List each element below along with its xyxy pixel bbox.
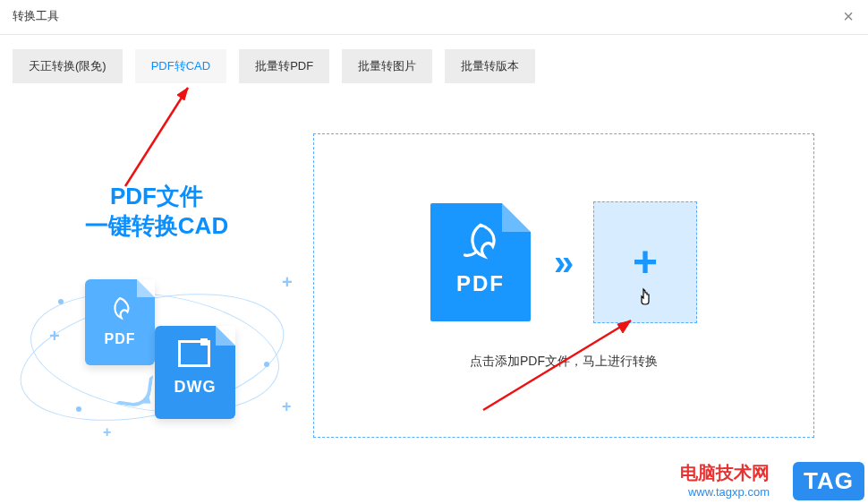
page-fold-icon xyxy=(216,326,235,346)
dot-icon xyxy=(58,299,64,304)
dwg-file-icon: DWG xyxy=(155,326,235,419)
adobe-swirl-icon xyxy=(105,294,135,324)
dot-icon xyxy=(264,362,269,367)
promo-line1: PDF文件 xyxy=(0,182,313,211)
sparkle-icon: + xyxy=(49,326,60,346)
watermark: 电脑技术网 www.tagxp.com xyxy=(680,461,770,499)
tab-batch-pdf[interactable]: 批量转PDF xyxy=(239,49,329,83)
title-bar: 转换工具 × xyxy=(0,0,868,35)
page-fold-icon xyxy=(137,279,155,297)
promo-title: PDF文件 一键转换CAD xyxy=(0,182,313,240)
promo-panel: PDF文件 一键转换CAD + + + + PDF DWG xyxy=(0,110,313,451)
content-panel: PDF » + 点击添加PDF文件，马上进行转换 xyxy=(313,110,868,451)
tab-tianzheng[interactable]: 天正转换(限免) xyxy=(13,49,123,83)
drop-zone-graphic: PDF » + xyxy=(430,201,697,323)
add-file-button[interactable]: + xyxy=(593,201,697,323)
cursor-icon xyxy=(636,287,654,313)
tab-batch-image[interactable]: 批量转图片 xyxy=(342,49,432,83)
promo-illustration: + + + + PDF DWG xyxy=(13,245,300,451)
tab-batch-version[interactable]: 批量转版本 xyxy=(445,49,535,83)
close-icon[interactable]: × xyxy=(839,7,857,25)
plus-icon: + xyxy=(633,241,658,284)
page-fold-icon xyxy=(502,203,531,232)
cad-drawing-icon xyxy=(178,340,210,367)
pdf-big-icon: PDF xyxy=(430,203,531,321)
pdf-file-icon: PDF xyxy=(85,279,155,365)
drop-zone-caption: 点击添加PDF文件，马上进行转换 xyxy=(470,354,658,370)
pdf-label: PDF xyxy=(92,331,148,347)
sparkle-icon: + xyxy=(282,272,293,293)
tab-bar: 天正转换(限免) PDF转CAD 批量转PDF 批量转图片 批量转版本 xyxy=(0,35,868,92)
dwg-label: DWG xyxy=(162,378,228,397)
sparkle-icon: + xyxy=(103,424,111,440)
pdf-big-label: PDF xyxy=(430,271,531,296)
tag-badge: TAG xyxy=(793,462,864,500)
main-area: PDF文件 一键转换CAD + + + + PDF DWG xyxy=(0,92,868,451)
window-title: 转换工具 xyxy=(13,8,59,24)
tab-pdf-to-cad[interactable]: PDF转CAD xyxy=(135,49,226,83)
sparkle-icon: + xyxy=(282,397,292,416)
convert-arrow-icon xyxy=(115,371,154,409)
promo-line2: 一键转换CAD xyxy=(0,211,313,241)
adobe-swirl-icon xyxy=(458,219,503,264)
chevron-right-icon: » xyxy=(554,243,570,283)
dot-icon xyxy=(76,406,81,412)
watermark-url: www.tagxp.com xyxy=(680,485,770,499)
watermark-title: 电脑技术网 xyxy=(680,461,770,485)
drop-zone[interactable]: PDF » + 点击添加PDF文件，马上进行转换 xyxy=(313,133,814,438)
